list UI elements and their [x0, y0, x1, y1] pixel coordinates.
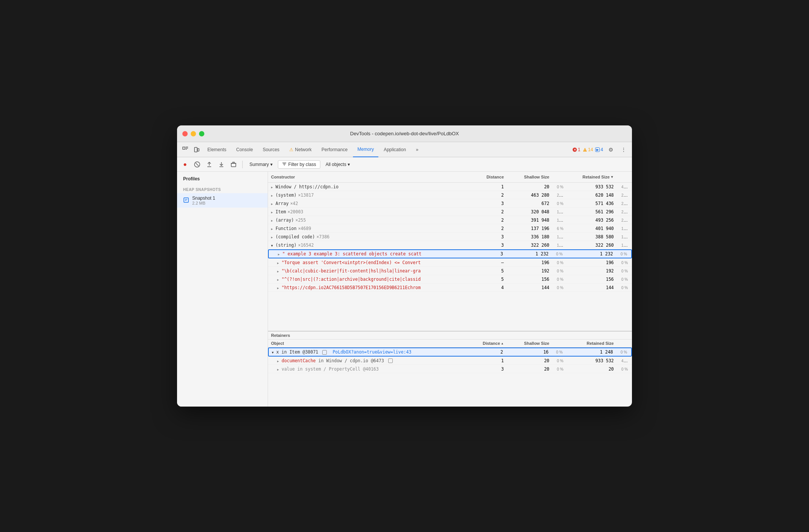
retainer-header-distance[interactable]: Distance ▲	[477, 340, 507, 347]
filter-by-class-button[interactable]: Filter by class	[278, 160, 320, 169]
table-row[interactable]: ▼ (string)×16542 3 322 260 14 % 322 260 …	[268, 241, 632, 249]
minimize-button[interactable]	[191, 131, 196, 136]
table-row[interactable]: ▶ "\b(calc|cubic-bezier|fit-content|hsl|…	[268, 267, 632, 275]
table-row[interactable]: ▶ Array×42 3 672 0 % 571 436 25 %	[268, 199, 632, 208]
table-row[interactable]: ▶ (compiled code)×7386 3 336 180 15 % 38…	[268, 233, 632, 241]
constructor-cell: ▼ (string)×16542	[268, 241, 477, 249]
retained-cell: 493 256	[568, 216, 617, 224]
distance-cell: 2	[477, 191, 507, 199]
tab-sources[interactable]: Sources	[258, 142, 284, 157]
retainer-retained-pct-cell: 42 %	[617, 357, 632, 364]
shallow-pct-cell: 17 %	[552, 217, 568, 224]
chevron-down-icon: ▾	[348, 162, 350, 167]
shallow-cell: 391 948	[507, 216, 552, 224]
summary-dropdown[interactable]: Summary ▾	[246, 161, 276, 168]
distance-cell: 3	[477, 200, 507, 207]
retainer-object-cell: ▶ documentCache in Window / cdpn.io @647…	[268, 357, 477, 365]
devtools-nav: Elements Console Sources ⚠ Network Perfo…	[177, 142, 632, 157]
maximize-button[interactable]	[199, 131, 204, 136]
close-button[interactable]	[182, 131, 188, 136]
retained-pct-cell: 22 %	[617, 217, 632, 224]
table-row-selected[interactable]: ▶ " example 3 example 3: scattered objec…	[268, 249, 632, 258]
retainer-row-selected[interactable]: ▼ x in Item @38071 PoLdbOX?anon=true&vie…	[268, 347, 632, 357]
record-button[interactable]: ●	[180, 160, 190, 169]
retained-pct-cell: 0 %	[617, 268, 632, 274]
table-row[interactable]: ▶ (system)×13817 2 463 280 21 % 620 148 …	[268, 191, 632, 199]
constructor-cell: ▶ Window / https://cdpn.io	[268, 183, 477, 191]
inspect-icon[interactable]	[180, 144, 191, 155]
heap-snapshots-label: HEAP SNAPSHOTS	[177, 185, 268, 193]
snapshot-item[interactable]: Snapshot 1 2.2 MB	[177, 193, 268, 208]
table-row[interactable]: ▶ Item×20003 2 320 048 14 % 561 296 25 %	[268, 208, 632, 216]
sort-up-icon: ▲	[501, 342, 504, 345]
shallow-cell: 156	[507, 275, 552, 283]
retainer-header-retained-pct	[617, 340, 632, 347]
retained-cell: 144	[568, 284, 617, 291]
distance-cell: 3	[477, 241, 507, 249]
retainer-shallow-pct-cell: 0 %	[552, 366, 568, 372]
toolbar: ● Summary ▾ Filter by class All objects …	[177, 157, 632, 172]
tab-elements[interactable]: Elements	[203, 142, 231, 157]
constructor-cell: ▶ "Torque assert 'Convert<uintptr>(endIn…	[268, 259, 477, 266]
header-shallow-size: Shallow Size	[507, 173, 552, 181]
retainer-retained-pct-cell: 0 %	[617, 366, 632, 372]
svg-rect-5	[198, 149, 199, 151]
retainer-object-cell: ▼ x in Item @38071 PoLdbOX?anon=true&vie…	[269, 348, 476, 356]
distance-cell: –	[477, 259, 507, 266]
distance-cell: 2	[477, 216, 507, 224]
download-button[interactable]	[216, 160, 226, 169]
table-row[interactable]: ▶ Window / https://cdpn.io 1 20 0 % 933 …	[268, 183, 632, 191]
upload-button[interactable]	[204, 160, 214, 169]
svg-rect-26	[184, 198, 188, 202]
retained-cell: 620 148	[568, 191, 617, 199]
all-objects-dropdown[interactable]: All objects ▾	[323, 161, 353, 168]
table-row[interactable]: ▶ "Torque assert 'Convert<uintptr>(endIn…	[268, 258, 632, 267]
table-row[interactable]: ▶ "https://cdpn.io2AC766158D5B7507E17015…	[268, 283, 632, 292]
retained-cell: 571 436	[568, 200, 617, 207]
distance-cell: 3	[476, 250, 506, 258]
tab-application[interactable]: Application	[379, 142, 411, 157]
info-badge[interactable]: ▶ 4	[595, 147, 603, 152]
shallow-cell: 192	[507, 267, 552, 275]
shallow-pct-cell: 0 %	[552, 276, 568, 283]
shallow-cell: 322 260	[507, 241, 552, 249]
more-tabs-button[interactable]: »	[411, 142, 423, 157]
tab-memory[interactable]: Memory	[353, 142, 378, 157]
tab-performance[interactable]: Performance	[317, 142, 352, 157]
header-retained-size[interactable]: Retained Size ▼	[568, 173, 617, 181]
table-row[interactable]: ▶ (array)×255 2 391 948 17 % 493 256 22 …	[268, 216, 632, 224]
retainer-shallow-cell: 20	[507, 365, 552, 373]
svg-rect-18	[231, 163, 236, 167]
device-icon[interactable]	[191, 144, 202, 155]
retainer-header: Object Distance ▲ Shallow Size Retained …	[268, 340, 632, 347]
tab-console[interactable]: Console	[232, 142, 257, 157]
snapshot-info: Snapshot 1 2.2 MB	[192, 196, 215, 205]
retainer-distance-cell: 1	[477, 357, 507, 365]
clear-button[interactable]	[192, 160, 202, 169]
error-badge[interactable]: ✕ 1	[572, 147, 580, 152]
retained-pct-cell: 25 %	[617, 200, 632, 207]
tab-network[interactable]: ⚠ Network	[285, 142, 316, 157]
title-bar: DevTools - codepen.io/web-dot-dev/live/P…	[177, 125, 632, 142]
shallow-pct-cell: 6 %	[552, 225, 568, 232]
more-options-icon[interactable]: ⋮	[618, 144, 629, 155]
devtools-window: DevTools - codepen.io/web-dot-dev/live/P…	[177, 125, 632, 407]
warning-badge[interactable]: ! 14	[583, 147, 593, 152]
shallow-pct-cell: 14 %	[552, 242, 568, 249]
network-warning-icon: ⚠	[289, 147, 293, 152]
table-row[interactable]: ▶ "^(?!on|src|(?:action|archive|backgrou…	[268, 275, 632, 283]
collect-garbage-button[interactable]	[229, 160, 238, 169]
table-row[interactable]: ▶ Function×4689 2 137 196 6 % 401 940 18…	[268, 224, 632, 233]
retainer-object-cell: ▶ value in system / PropertyCell @40163	[268, 365, 477, 373]
retainer-shallow-cell: 16	[506, 348, 552, 356]
retainer-row[interactable]: ▶ documentCache in Window / cdpn.io @647…	[268, 357, 632, 365]
sidebar: Profiles HEAP SNAPSHOTS Snapshot 1 2.2 M…	[177, 172, 268, 407]
shallow-pct-cell: 21 %	[552, 192, 568, 199]
retained-cell: 933 532	[568, 183, 617, 191]
traffic-lights	[182, 131, 204, 136]
source-link[interactable]: PoLdbOX?anon=true&view=live:43	[332, 349, 411, 355]
settings-icon[interactable]: ⚙	[605, 144, 616, 155]
retainer-row[interactable]: ▶ value in system / PropertyCell @40163 …	[268, 365, 632, 373]
toolbar-divider	[242, 161, 243, 168]
shallow-cell: 1 232	[506, 250, 552, 258]
